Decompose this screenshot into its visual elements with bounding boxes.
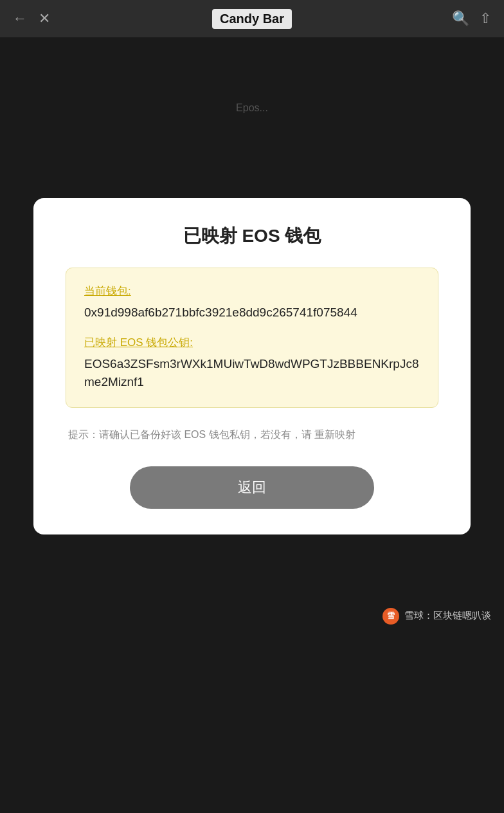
watermark: 雪 雪球：区块链嗯叭谈 (382, 608, 491, 625)
watermark-icon: 雪 (382, 608, 399, 625)
dark-background: Epos... (0, 37, 504, 179)
nav-title: Candy Bar (212, 9, 292, 29)
bottom-area: 雪 雪球：区块链嗯叭谈 (0, 534, 504, 637)
eos-label: 已映射 EOS 钱包公钥: (84, 335, 420, 350)
spacer-top (0, 179, 504, 198)
wallet-value: 0x91d998af6b271bbfc3921e8dd9c265741f0758… (84, 304, 420, 322)
nav-right: 🔍 ⇧ (452, 10, 491, 27)
close-icon[interactable]: ✕ (39, 10, 50, 27)
nav-bar: ← ✕ Candy Bar 🔍 ⇧ (0, 0, 504, 37)
modal-title: 已映射 EOS 钱包 (66, 224, 438, 248)
back-icon[interactable]: ← (13, 10, 27, 27)
share-icon[interactable]: ⇧ (480, 10, 491, 27)
hint-text: 提示：请确认已备份好该 EOS 钱包私钥，若没有，请 重新映射 (66, 426, 438, 443)
search-icon[interactable]: 🔍 (452, 10, 469, 27)
dark-area-hint: Epos... (236, 102, 268, 114)
nav-left: ← ✕ (13, 10, 50, 27)
modal-card: 已映射 EOS 钱包 当前钱包: 0x91d998af6b271bbfc3921… (33, 198, 471, 534)
watermark-text: 雪球：区块链嗯叭谈 (404, 610, 491, 622)
return-button[interactable]: 返回 (130, 466, 374, 509)
info-box: 当前钱包: 0x91d998af6b271bbfc3921e8dd9c26574… (66, 268, 438, 408)
eos-value: EOS6a3ZSFsm3rWXk1MUiwTwD8wdWPGTJzBBBENKr… (84, 355, 420, 392)
wallet-label: 当前钱包: (84, 284, 420, 298)
